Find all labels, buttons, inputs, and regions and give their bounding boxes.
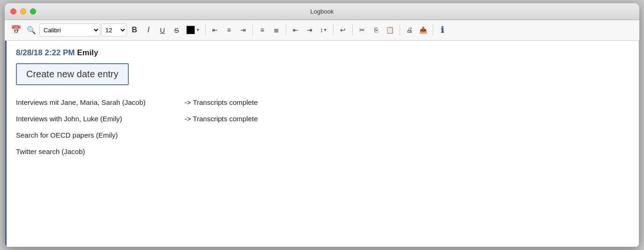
- line-spacing-arrow: ▼: [323, 28, 327, 32]
- indent-increase-icon: ⇥: [307, 26, 312, 34]
- strikethrough-button[interactable]: S: [170, 23, 183, 37]
- entry-item-2: Interviews with John, Luke (Emily): [16, 115, 185, 123]
- list-item: Search for OECD papers (Emily): [16, 131, 629, 139]
- bullet-list-button[interactable]: ≡: [256, 23, 269, 37]
- separator-3: [286, 24, 286, 36]
- separator-5: [352, 24, 353, 36]
- align-center-icon: ≡: [227, 26, 231, 34]
- font-selector[interactable]: Calibri: [39, 23, 100, 37]
- numbered-list-icon: ≣: [274, 26, 279, 34]
- minimize-button[interactable]: [20, 8, 26, 15]
- info-button[interactable]: ℹ: [436, 23, 449, 37]
- cut-icon: ✂: [359, 26, 365, 34]
- date-time: 8/28/18 2:22 PM: [16, 48, 75, 57]
- separator-4: [333, 24, 333, 36]
- separator-2: [252, 24, 253, 36]
- italic-button[interactable]: I: [142, 23, 155, 37]
- calendar-button[interactable]: 📅: [8, 23, 23, 37]
- indent-increase-button[interactable]: ⇥: [303, 23, 316, 37]
- entry-status-2: -> Transcripts complete: [185, 115, 258, 123]
- entry-item-3: Search for OECD papers (Emily): [16, 131, 185, 139]
- export-button[interactable]: 📤: [417, 23, 430, 37]
- search-button[interactable]: 🔍: [24, 23, 38, 37]
- undo-icon: ↩: [340, 26, 346, 34]
- info-icon: ℹ: [441, 25, 444, 35]
- indent-decrease-icon: ⇤: [293, 26, 298, 34]
- bold-button[interactable]: B: [128, 23, 141, 37]
- color-button[interactable]: ▼: [184, 23, 202, 37]
- separator-7: [433, 24, 433, 36]
- align-left-button[interactable]: ⇤: [208, 23, 222, 37]
- editor-container: 8/28/18 2:22 PM Emily Create new date en…: [5, 41, 639, 247]
- toolbar: 📅 🔍 Calibri 12 B I U S ▼ ⇤ ≡ ⇥: [5, 20, 639, 41]
- copy-icon: ⎘: [374, 26, 378, 34]
- paste-icon: 📋: [386, 26, 394, 34]
- list-item: Twitter search (Jacob): [16, 147, 629, 155]
- indent-decrease-button[interactable]: ⇤: [289, 23, 302, 37]
- export-icon: 📤: [419, 26, 427, 34]
- entry-status-1: -> Transcripts complete: [185, 98, 258, 106]
- separator-1: [205, 24, 206, 36]
- print-icon: 🖨: [406, 26, 413, 34]
- list-item: Interviews mit Jane, Maria, Sarah (Jacob…: [16, 98, 629, 106]
- close-button[interactable]: [10, 8, 16, 15]
- entry-item-1: Interviews mit Jane, Maria, Sarah (Jacob…: [16, 98, 185, 106]
- search-icon: 🔍: [27, 26, 36, 35]
- editor-area[interactable]: 8/28/18 2:22 PM Emily Create new date en…: [5, 41, 639, 247]
- content-area: Interviews mit Jane, Maria, Sarah (Jacob…: [16, 95, 629, 168]
- date-header: 8/28/18 2:22 PM Emily: [16, 48, 629, 58]
- author-name: Emily: [77, 48, 98, 57]
- font-size-selector[interactable]: 12: [101, 23, 127, 37]
- bullet-list-icon: ≡: [260, 26, 264, 34]
- maximize-button[interactable]: [30, 8, 36, 15]
- underline-button[interactable]: U: [156, 23, 169, 37]
- title-bar: Logbook: [5, 3, 639, 20]
- undo-button[interactable]: ↩: [336, 23, 349, 37]
- separator-6: [400, 24, 400, 36]
- traffic-lights: [10, 8, 36, 15]
- calendar-icon: 📅: [11, 25, 21, 35]
- window-title: Logbook: [311, 8, 334, 15]
- print-button[interactable]: 🖨: [403, 23, 416, 37]
- color-swatch: [186, 26, 195, 34]
- list-item: Interviews with John, Luke (Emily) -> Tr…: [16, 115, 629, 123]
- app-window: Logbook 📅 🔍 Calibri 12 B I U S ▼ ⇤ ≡: [5, 3, 639, 247]
- line-spacing-button[interactable]: ↕ ▼: [317, 23, 330, 37]
- paste-button[interactable]: 📋: [384, 23, 397, 37]
- align-right-button[interactable]: ⇥: [237, 23, 250, 37]
- entry-item-4: Twitter search (Jacob): [16, 147, 185, 155]
- align-left-icon: ⇤: [212, 26, 218, 34]
- align-right-icon: ⇥: [240, 26, 246, 34]
- cut-button[interactable]: ✂: [355, 23, 369, 37]
- copy-button[interactable]: ⎘: [370, 23, 383, 37]
- color-dropdown-arrow: ▼: [196, 28, 200, 32]
- numbered-list-button[interactable]: ≣: [270, 23, 283, 37]
- line-spacing-icon: ↕: [320, 26, 323, 34]
- create-new-date-entry-button[interactable]: Create new date entry: [16, 63, 129, 85]
- align-center-button[interactable]: ≡: [222, 23, 236, 37]
